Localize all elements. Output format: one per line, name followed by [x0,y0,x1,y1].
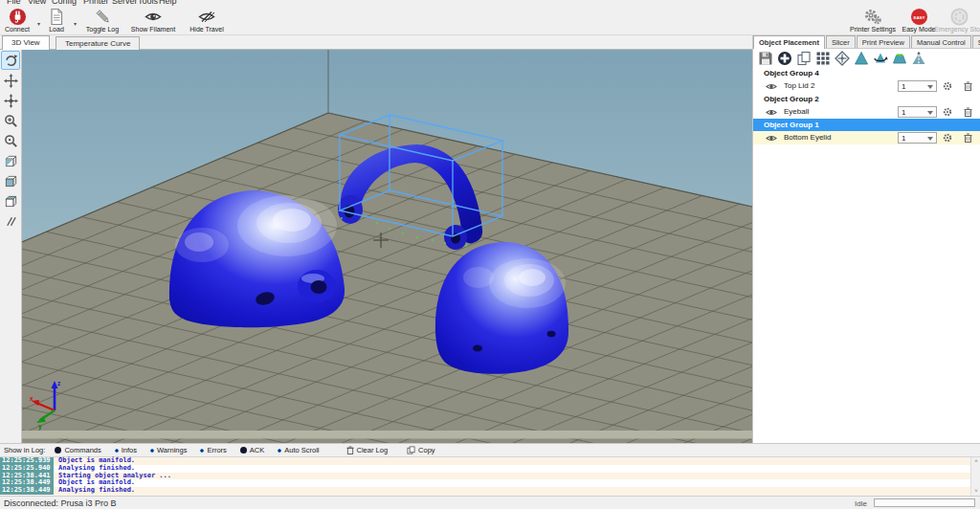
visibility-eye-icon[interactable] [766,108,777,119]
tab-manual-control[interactable]: Manual Control [911,35,971,48]
log-toggle-warnings[interactable]: Warnings [150,446,187,454]
menu-file[interactable]: File [7,0,21,6]
warnings-dot-icon [150,449,154,453]
connection-status-text: Disconnected: Prusa i3 Pro B [4,498,117,508]
log-entries[interactable]: 12:25:25.939Object is manifold. 12:25:25… [0,457,970,496]
object-row-bottom-eyelid[interactable]: Bottom Eyelid 1 [753,131,980,144]
chevron-down-icon [927,137,933,141]
tab-sd-card[interactable]: SD Card [972,35,980,48]
copy-log-button[interactable]: Copy [407,446,435,454]
toggle-log-button[interactable]: Toggle Log [80,8,124,34]
log-toggle-auto-scroll[interactable]: Auto Scroll [278,446,319,454]
menu-bar: File View Config Printer Server Tools He… [0,0,980,7]
viewport-tool-strip [0,50,22,443]
scale-object-button[interactable] [853,50,869,66]
auto-scroll-dot-icon [278,449,281,453]
rotate-object-button[interactable] [872,50,888,66]
log-toggle-commands[interactable]: Commands [55,446,100,454]
isometric-view-button[interactable] [1,151,20,170]
emergency-stop-icon [950,8,969,26]
right-panel: Object PlacementSlicerPrint PreviewManua… [752,35,980,443]
object-settings-gear-icon[interactable] [943,107,952,119]
front-view-button[interactable] [1,171,20,190]
object-row-eyeball[interactable]: Eyeball 1 [753,105,980,119]
svg-text:y: y [38,423,42,431]
chevron-down-icon [927,111,933,115]
menu-config[interactable]: Config [52,0,77,6]
clear-log-button[interactable]: Clear Log [346,446,389,454]
rotate-view-button[interactable] [1,51,20,70]
menu-help[interactable]: Help [159,0,177,6]
log-toggle-ack[interactable]: ACK [240,446,264,454]
save-objects-button[interactable] [757,50,773,66]
object-settings-gear-icon[interactable] [943,81,952,93]
delete-object-trash-icon[interactable] [964,133,972,144]
status-bar: Disconnected: Prusa i3 Pro B Idle [0,496,980,509]
group-header[interactable]: Object Group 4 [753,67,980,79]
copies-dropdown[interactable]: 1 [898,132,937,144]
connect-dropdown-arrow[interactable]: ▾ [35,20,42,28]
object-row-top-lid-2[interactable]: Top Lid 2 1 [753,79,980,93]
tab-slicer[interactable]: Slicer [826,35,856,48]
zoom-out-button[interactable] [1,131,20,150]
log-entry: 12:25:38.449Object is manifold. [0,479,970,487]
copies-dropdown[interactable]: 1 [898,80,937,92]
visibility-eye-icon[interactable] [766,82,777,93]
show-filament-button[interactable]: Show Filament [125,8,181,34]
copy-object-button[interactable] [795,50,812,66]
log-entry: 12:25:38.449Analysing finished. [0,487,970,495]
log-scrollbar[interactable]: ˄ ˅ [970,457,980,496]
top-view-button[interactable] [1,191,20,210]
main-toolbar: Connect ▾ Load ▾ Toggle Log Show Filamen… [0,7,980,35]
tab-print-preview[interactable]: Print Preview [857,35,910,48]
group-header[interactable]: Object Group 2 [753,93,980,105]
autoposition-button[interactable] [814,50,831,66]
tab-temperature-curve[interactable]: Temperature Curve [56,36,140,50]
object-name: Bottom Eyelid [784,133,831,142]
visibility-eye-icon[interactable] [766,134,777,144]
load-button[interactable]: Load [43,8,70,34]
menu-printer[interactable]: Printer [83,0,109,6]
menu-server[interactable]: Server [112,0,138,6]
group-header-selected[interactable]: Object Group 1 [753,119,980,131]
zoom-in-button[interactable] [1,111,20,130]
delete-object-trash-icon[interactable] [964,81,972,93]
hide-travel-button[interactable]: Hide Travel [183,8,231,34]
move-viewpoint-button[interactable] [1,91,20,110]
tab-3d-view[interactable]: 3D View [2,35,50,50]
ack-dot-icon [240,447,247,454]
infos-dot-icon [115,449,119,453]
add-object-button[interactable] [776,50,792,66]
easy-mode-icon: EASY [910,8,928,26]
connect-button[interactable]: Connect [1,8,33,34]
svg-text:x: x [30,395,33,402]
svg-text:EASY: EASY [913,15,924,20]
log-toolbar: Show in Log: Commands Infos Warnings Err… [0,444,980,457]
object-settings-gear-icon[interactable] [943,133,952,144]
printer-state-text: Idle [855,499,867,508]
object-analysis-button[interactable] [910,50,926,66]
gears-icon [863,8,882,26]
easy-mode-button[interactable]: EASY Easy Mode [901,8,937,34]
move-object-button[interactable] [1,71,20,90]
menu-tools[interactable]: Tools [138,0,158,6]
toggle-perspective-button[interactable] [1,211,20,231]
show-in-log-label: Show in Log: [4,446,45,454]
center-object-button[interactable] [834,50,850,66]
lay-flat-button[interactable] [891,50,907,66]
connect-plug-icon [9,8,27,26]
copies-dropdown[interactable]: 1 [898,106,937,118]
menu-view[interactable]: View [28,0,46,6]
scroll-up-icon[interactable]: ˄ [971,457,980,466]
delete-object-trash-icon[interactable] [964,107,972,119]
viewport-3d[interactable]: x y z [22,50,752,443]
log-toggle-infos[interactable]: Infos [115,446,137,454]
log-entry: 12:25:38.441Starting object analyser ... [0,473,970,480]
log-section: Show in Log: Commands Infos Warnings Err… [0,443,980,496]
log-toggle-errors[interactable]: Errors [200,446,226,454]
load-file-icon [49,8,64,26]
load-dropdown-arrow[interactable]: ▾ [72,20,78,28]
printer-settings-button[interactable]: Printer Settings [846,8,900,34]
scroll-down-icon[interactable]: ˅ [971,487,980,496]
tab-object-placement[interactable]: Object Placement [753,35,825,49]
